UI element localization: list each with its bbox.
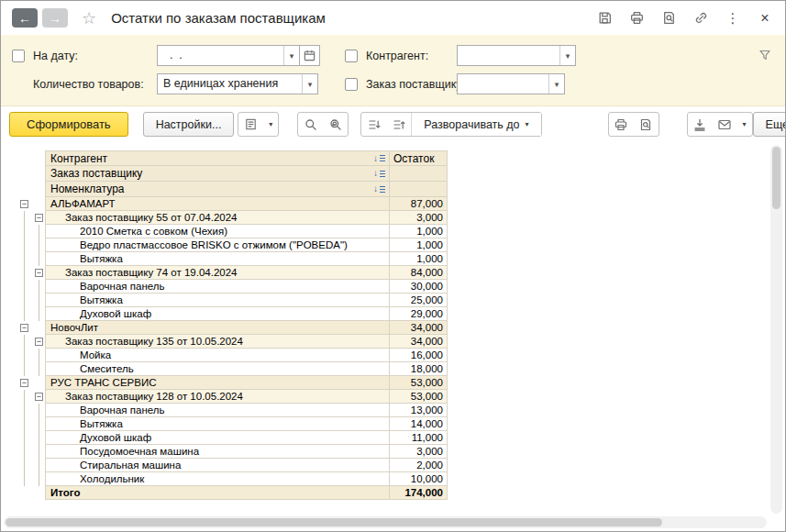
- tree-cell: −: [8, 445, 45, 459]
- row-value: 1,000: [389, 238, 448, 252]
- table-row[interactable]: − Варочная панель 30,000: [8, 280, 448, 294]
- generate-button[interactable]: Сформировать: [9, 112, 128, 137]
- tree-cell: −: [8, 390, 45, 404]
- supplier-order-checkbox[interactable]: [345, 78, 358, 91]
- expand-to-button[interactable]: Разворачивать до▾: [411, 113, 540, 136]
- table-row[interactable]: − РУС ТРАНС СЕРВИС 53,000: [8, 376, 448, 390]
- counterparty-value[interactable]: [458, 46, 559, 65]
- favorite-star-icon[interactable]: ☆: [82, 10, 96, 27]
- on-date-checkbox[interactable]: [12, 50, 25, 62]
- collapse-icon[interactable]: −: [35, 269, 43, 277]
- date-dropdown-button[interactable]: ▾: [283, 46, 299, 65]
- row-label: Духовой шкаф: [45, 307, 389, 321]
- quantity-dropdown-button[interactable]: ▾: [302, 74, 317, 94]
- forward-icon: →: [49, 12, 61, 25]
- report-variants-icon[interactable]: [238, 113, 263, 136]
- column-header-nomenclature[interactable]: Номенклатура ↓: [45, 182, 389, 197]
- column-header-order[interactable]: Заказ поставщику ↓: [45, 166, 389, 182]
- print-icon[interactable]: [609, 113, 634, 136]
- tree-cell: −: [8, 486, 45, 500]
- row-label: НовочЛит: [45, 321, 389, 335]
- table-row[interactable]: − Варочная панель 13,000: [8, 404, 448, 417]
- expand-groups-icon[interactable]: [361, 113, 386, 136]
- calendar-button[interactable]: [300, 45, 320, 66]
- sort-icon[interactable]: ↓: [373, 154, 385, 163]
- table-row[interactable]: − Заказ поставщику 128 от 10.05.2024 53,…: [8, 390, 448, 404]
- collapse-groups-icon[interactable]: [386, 113, 411, 136]
- column-header-balance[interactable]: Остаток: [389, 150, 448, 166]
- send-email-icon[interactable]: [713, 113, 737, 136]
- report-grid: Контрагент ↓ Остаток Заказ поставщику ↓ …: [8, 150, 448, 500]
- expand-cluster: Разворачивать до▾: [360, 112, 541, 137]
- table-row[interactable]: − Холодильник 10,000: [8, 472, 448, 486]
- vertical-scrollbar-thumb[interactable]: [772, 147, 780, 209]
- row-label: Заказ поставщику 74 от 19.04.2024: [45, 266, 389, 280]
- print-preview-icon[interactable]: [659, 9, 678, 28]
- row-label: Мойка: [45, 349, 389, 362]
- link-icon[interactable]: [692, 9, 710, 28]
- table-row[interactable]: − Вытяжка 25,000: [8, 294, 448, 307]
- save-icon[interactable]: [595, 9, 614, 28]
- date-field[interactable]: . . ▾: [157, 45, 300, 66]
- collapse-icon[interactable]: −: [20, 324, 28, 332]
- table-row[interactable]: − Духовой шкаф 29,000: [8, 307, 448, 321]
- table-row[interactable]: − Посудомоечная машина 3,000: [8, 445, 448, 459]
- sort-icon[interactable]: ↓: [373, 184, 385, 194]
- table-row[interactable]: − Вытяжка 1,000: [8, 252, 448, 266]
- table-row[interactable]: − АЛЬФАМАРТ 87,000: [8, 197, 448, 211]
- collapse-icon[interactable]: −: [35, 338, 43, 346]
- table-row[interactable]: − Духовой шкаф 11,000: [8, 431, 448, 445]
- print-preview-icon[interactable]: [634, 113, 659, 136]
- filter-funnel-icon[interactable]: [758, 48, 772, 66]
- more-menu-icon[interactable]: ⋮: [724, 9, 742, 28]
- row-label: Холодильник: [45, 472, 389, 486]
- supplier-order-dropdown-button[interactable]: ▾: [548, 74, 564, 94]
- quantity-field[interactable]: В единицах хранения ▾: [157, 73, 318, 94]
- row-label: Стиральная машина: [45, 459, 389, 472]
- forward-button[interactable]: →: [42, 8, 68, 28]
- table-row[interactable]: − Заказ поставщику 74 от 19.04.2024 84,0…: [8, 266, 448, 280]
- send-dropdown[interactable]: ▾: [737, 113, 752, 136]
- sort-icon[interactable]: ↓: [373, 169, 385, 178]
- table-row[interactable]: − Заказ поставщику 55 от 07.04.2024 3,00…: [8, 211, 448, 225]
- collapse-icon[interactable]: −: [20, 200, 28, 208]
- supplier-order-field[interactable]: ▾: [457, 73, 565, 94]
- more-button[interactable]: Еще▾: [753, 112, 786, 137]
- print-icon[interactable]: [627, 9, 646, 28]
- collapse-icon[interactable]: −: [20, 379, 28, 387]
- save-file-icon[interactable]: [688, 113, 713, 136]
- vertical-scrollbar[interactable]: [770, 145, 782, 514]
- table-row[interactable]: − 2010 Сметка с совком (Чехия) 1,000: [8, 225, 448, 238]
- tree-cell: −: [8, 280, 45, 294]
- counterparty-checkbox[interactable]: [345, 50, 358, 62]
- titlebar-icons: ⋮ ×: [595, 9, 774, 28]
- supplier-order-value[interactable]: [458, 74, 548, 94]
- back-button[interactable]: ←: [12, 8, 38, 28]
- column-header-counterparty[interactable]: Контрагент ↓: [45, 150, 389, 166]
- counterparty-field[interactable]: ▾: [457, 45, 576, 66]
- horizontal-scrollbar[interactable]: [4, 516, 767, 528]
- table-row[interactable]: − Заказ поставщику 135 от 10.05.2024 34,…: [8, 335, 448, 349]
- table-row[interactable]: − НовочЛит 34,000: [8, 321, 448, 335]
- table-row[interactable]: − Итого 174,000: [8, 486, 448, 500]
- table-row[interactable]: − Мойка 16,000: [8, 349, 448, 362]
- quantity-value[interactable]: В единицах хранения: [158, 74, 302, 94]
- date-value[interactable]: . .: [158, 46, 283, 65]
- table-row[interactable]: − Ведро пластмассовое BRISKO с отжимом (…: [8, 238, 448, 252]
- close-icon[interactable]: ×: [756, 9, 774, 28]
- collapse-icon[interactable]: −: [35, 393, 43, 401]
- search-icon[interactable]: [298, 113, 323, 136]
- row-value: 11,000: [389, 431, 448, 445]
- report-variants-dropdown[interactable]: ▾: [263, 113, 278, 136]
- row-label: Вытяжка: [45, 417, 389, 431]
- table-row[interactable]: − Смеситель 18,000: [8, 362, 448, 376]
- table-row[interactable]: − Стиральная машина 2,000: [8, 459, 448, 472]
- counterparty-dropdown-button[interactable]: ▾: [559, 46, 575, 65]
- settings-button[interactable]: Настройки...: [143, 112, 235, 137]
- horizontal-scrollbar-thumb[interactable]: [6, 518, 662, 526]
- tree-gutter: [8, 150, 45, 166]
- repeat-search-icon[interactable]: [323, 113, 348, 136]
- collapse-icon[interactable]: −: [35, 214, 43, 222]
- row-label: Заказ поставщику 55 от 07.04.2024: [45, 211, 389, 225]
- table-row[interactable]: − Вытяжка 14,000: [8, 417, 448, 431]
